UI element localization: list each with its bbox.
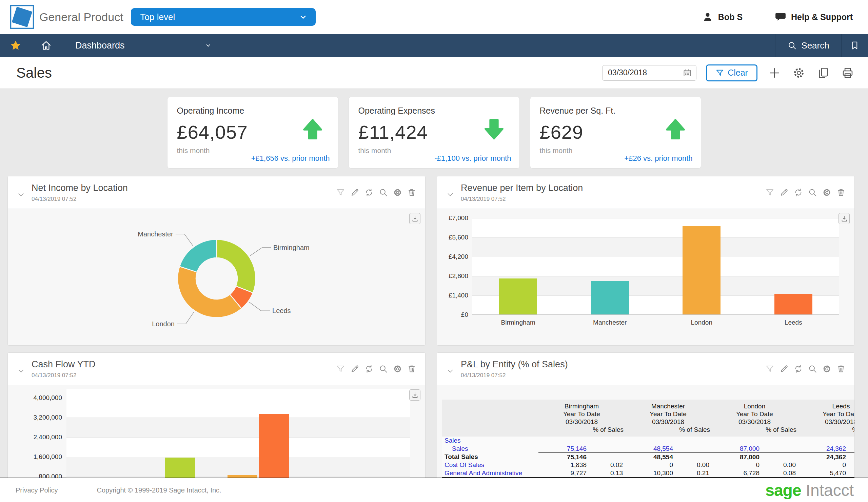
download-chart-button[interactable]: [838, 213, 850, 224]
zoom-icon[interactable]: [379, 364, 388, 373]
date-input[interactable]: [608, 68, 676, 77]
add-component-button[interactable]: [767, 65, 782, 80]
zoom-icon[interactable]: [808, 188, 817, 197]
refresh-icon[interactable]: [794, 364, 803, 373]
dashboards-label: Dashboards: [75, 40, 125, 51]
nav-spacer: [223, 34, 775, 57]
table-row: Sales75,14648,55487,00024,362: [442, 445, 855, 453]
cell-pct: [762, 437, 798, 445]
x-axis-label: Manchester: [576, 319, 644, 326]
refresh-icon[interactable]: [794, 188, 803, 197]
filter-icon[interactable]: [765, 188, 774, 197]
refresh-icon[interactable]: [364, 364, 374, 373]
value-link[interactable]: 24,362: [826, 445, 846, 452]
gridline: [472, 276, 839, 276]
settings-icon[interactable]: [393, 364, 402, 373]
search-button[interactable]: Search: [775, 34, 841, 57]
bar-leeds[interactable]: [774, 294, 813, 315]
download-chart-button[interactable]: [409, 389, 421, 401]
delete-icon[interactable]: [407, 188, 416, 197]
edit-icon[interactable]: [779, 188, 789, 197]
panel-title: Revenue per Item by Location: [461, 183, 583, 193]
zoom-icon[interactable]: [808, 364, 817, 373]
user-menu[interactable]: Bob S: [702, 11, 743, 23]
duplicate-button[interactable]: [816, 65, 831, 80]
cell-pct: [762, 445, 798, 453]
cell-pct: 0.00: [762, 461, 798, 469]
calendar-icon[interactable]: [683, 68, 692, 78]
search-icon: [787, 41, 797, 50]
panel-header: Net Income by Location 04/13/2019 07:52: [8, 176, 425, 208]
product-name: General Product: [39, 11, 123, 24]
value-link[interactable]: 75,146: [567, 445, 587, 452]
cell-value: 0: [756, 461, 760, 469]
panel-timestamp: 04/13/2019 07:52: [461, 372, 568, 379]
kpi-delta: +£1,656 vs. prior month: [251, 154, 330, 163]
download-chart-button[interactable]: [409, 213, 421, 224]
bookmarks-tab[interactable]: [841, 34, 868, 57]
collapse-chevron-icon[interactable]: [446, 190, 455, 199]
gridline: [66, 398, 410, 398]
gridline: [472, 218, 839, 218]
filter-icon[interactable]: [336, 188, 345, 197]
favorites-tab[interactable]: [0, 34, 31, 57]
cell-value: 48,554: [653, 453, 673, 461]
value-link[interactable]: 48,554: [653, 445, 673, 452]
edit-icon[interactable]: [350, 364, 359, 373]
delete-icon[interactable]: [407, 364, 416, 373]
settings-icon[interactable]: [822, 188, 831, 197]
y-axis-tick: £7,000: [437, 214, 468, 222]
chevron-down-icon: [298, 12, 308, 22]
column-header-manchester: ManchesterYear To Date03/30/2018% of Sal…: [625, 400, 711, 437]
settings-icon[interactable]: [822, 364, 831, 373]
account-link[interactable]: Sales: [445, 437, 461, 444]
value-link[interactable]: 87,000: [740, 445, 760, 452]
panel-title: Cash Flow YTD: [32, 359, 96, 370]
donut-slice-manchester[interactable]: [179, 239, 216, 272]
plus-icon: [768, 66, 781, 79]
page-toolbar: Sales Clear: [0, 57, 868, 89]
print-button[interactable]: [840, 65, 855, 80]
plot-area: BirminghamManchesterLondonLeeds: [472, 218, 839, 315]
donut-slice-birmingham[interactable]: [217, 239, 256, 293]
bar-london[interactable]: [683, 226, 721, 315]
refresh-icon[interactable]: [364, 188, 374, 197]
delete-icon[interactable]: [836, 188, 846, 197]
zoom-icon[interactable]: [379, 188, 388, 197]
filter-icon[interactable]: [765, 364, 774, 373]
settings-icon[interactable]: [393, 188, 402, 197]
collapse-chevron-icon[interactable]: [446, 367, 455, 376]
panel-timestamp: 04/13/2019 07:52: [32, 372, 96, 379]
gridline: [472, 237, 839, 238]
collapse-chevron-icon[interactable]: [17, 190, 25, 199]
clear-label: Clear: [727, 68, 748, 78]
account-link[interactable]: Cost Of Sales: [445, 461, 484, 469]
entity-selector[interactable]: Top level: [131, 8, 316, 26]
cell-value: 75,146: [567, 453, 587, 461]
clear-filter-button[interactable]: Clear: [706, 64, 757, 81]
gridline: [66, 418, 410, 418]
delete-icon[interactable]: [836, 364, 846, 373]
bar-birmingham[interactable]: [499, 278, 537, 315]
kpi-card-operating-income: Operating Income £64,057 this month +£1,…: [167, 97, 338, 168]
table-row: General And Administrative9,7270.1310,30…: [442, 469, 855, 477]
help-support[interactable]: Help & Support: [775, 11, 853, 23]
filter-icon[interactable]: [336, 364, 345, 373]
privacy-policy-link[interactable]: Privacy Policy: [16, 486, 58, 494]
home-tab[interactable]: [31, 34, 61, 57]
bar-manchester[interactable]: [591, 281, 629, 315]
account-link[interactable]: General And Administrative: [445, 469, 522, 477]
cell-value: 9,727: [570, 469, 587, 477]
collapse-chevron-icon[interactable]: [17, 367, 25, 376]
gridline: [66, 437, 410, 438]
account-link[interactable]: Sales: [452, 445, 468, 452]
cell-value: 5,470: [830, 469, 846, 477]
panel-actions: [765, 364, 846, 373]
kpi-row: Operating Income £64,057 this month +£1,…: [0, 89, 868, 168]
edit-icon[interactable]: [350, 188, 359, 197]
dashboards-menu[interactable]: Dashboards: [61, 34, 223, 57]
kpi-card-revenue-per-sq-ft: Revenue per Sq. Ft. £629 this month +£26…: [530, 97, 701, 168]
edit-icon[interactable]: [779, 364, 789, 373]
date-field[interactable]: [602, 65, 696, 81]
dashboard-settings-button[interactable]: [792, 65, 806, 80]
